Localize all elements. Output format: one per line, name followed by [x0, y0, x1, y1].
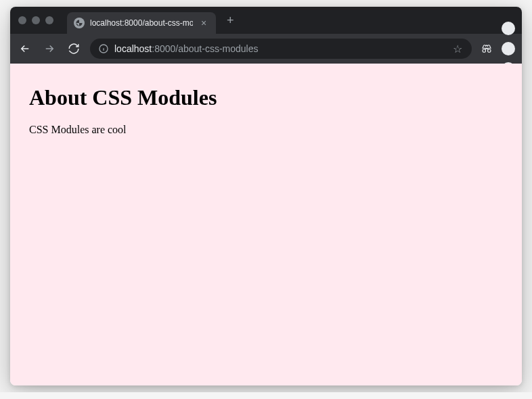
url-host: localhost — [114, 43, 152, 54]
minimize-window-button[interactable] — [32, 16, 40, 24]
page-paragraph: CSS Modules are cool — [29, 124, 503, 136]
bookmark-button[interactable]: ☆ — [451, 43, 464, 55]
url-path: :8000/about-css-modules — [152, 43, 258, 54]
window-controls — [18, 16, 53, 24]
address-bar[interactable]: localhost:8000/about-css-modules ☆ — [90, 39, 472, 59]
svg-point-4 — [502, 22, 515, 35]
maximize-window-button[interactable] — [45, 16, 53, 24]
reload-button[interactable] — [66, 41, 82, 57]
close-tab-button[interactable]: × — [198, 18, 209, 28]
incognito-icon[interactable] — [480, 42, 493, 55]
close-window-button[interactable] — [18, 16, 26, 24]
tab-bar: localhost:8000/about-css-mod × + — [10, 7, 522, 34]
toolbar: localhost:8000/about-css-modules ☆ — [10, 34, 522, 64]
gatsby-favicon-icon — [74, 18, 85, 28]
browser-tab[interactable]: localhost:8000/about-css-mod × — [67, 12, 216, 34]
svg-point-0 — [74, 18, 85, 28]
url-text: localhost:8000/about-css-modules — [114, 43, 258, 54]
browser-window: localhost:8000/about-css-mod × + localho… — [10, 7, 522, 385]
forward-button[interactable] — [41, 41, 58, 57]
page-viewport: About CSS Modules CSS Modules are cool — [10, 64, 522, 385]
tab-title: localhost:8000/about-css-mod — [90, 18, 193, 28]
browser-menu-button[interactable] — [502, 42, 515, 55]
back-button[interactable] — [17, 41, 33, 57]
page-heading: About CSS Modules — [29, 85, 503, 110]
svg-point-5 — [502, 42, 515, 55]
site-info-icon[interactable] — [98, 43, 109, 54]
new-tab-button[interactable]: + — [221, 11, 240, 29]
